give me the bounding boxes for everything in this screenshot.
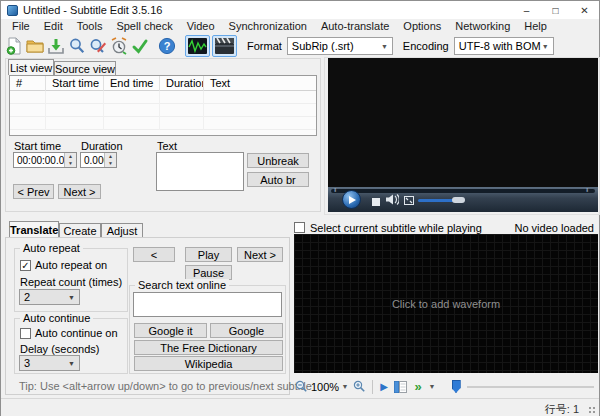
video-stop-button[interactable] <box>372 196 380 208</box>
volume-handle[interactable] <box>452 197 465 203</box>
duration-label: Duration <box>81 140 123 152</box>
minimize-button[interactable]: – <box>512 1 541 19</box>
tab-adjust[interactable]: Adjust <box>101 223 143 238</box>
video-seek-bar[interactable] <box>331 189 595 193</box>
video-play-button[interactable] <box>342 190 361 209</box>
auto-repeat-checkbox[interactable]: ✓ <box>20 260 31 271</box>
fullscreen-icon <box>404 196 414 205</box>
video-display[interactable] <box>328 58 598 187</box>
find-button[interactable] <box>66 35 87 57</box>
encoding-select[interactable]: UTF-8 with BOM ▼ <box>454 37 554 55</box>
google-translate-button[interactable]: Google translate <box>210 323 283 338</box>
help-button[interactable]: ? <box>156 35 177 57</box>
menu-tools[interactable]: Tools <box>70 19 110 34</box>
delay-label: Delay (seconds) <box>20 343 99 355</box>
col-start-time[interactable]: Start time <box>46 76 104 91</box>
search-text-input[interactable] <box>133 292 282 317</box>
col-end-time[interactable]: End time <box>104 76 160 91</box>
back-button[interactable]: < <box>133 247 175 262</box>
play-button[interactable]: Play <box>185 247 232 262</box>
google-it-button[interactable]: Google it <box>134 323 207 338</box>
menu-synchronization[interactable]: Synchronization <box>222 19 314 34</box>
table-row[interactable] <box>10 91 316 104</box>
replace-button[interactable] <box>87 35 108 57</box>
auto-repeat-title: Auto repeat <box>20 242 83 254</box>
wave-zoom-out-button[interactable] <box>292 378 310 396</box>
col-number[interactable]: # <box>10 76 46 91</box>
prev-button[interactable]: < Prev <box>13 184 54 199</box>
tab-list-view[interactable]: List view <box>8 59 54 75</box>
spin-down-icon[interactable]: ▼ <box>65 160 76 167</box>
chevron-down-icon[interactable]: ▼ <box>427 378 437 396</box>
table-row[interactable] <box>10 117 316 130</box>
unbreak-button[interactable]: Unbreak <box>247 153 309 168</box>
wave-position-slider-thumb[interactable] <box>445 378 467 396</box>
video-position-button[interactable] <box>391 378 409 396</box>
col-text[interactable]: Text <box>204 76 316 91</box>
tab-create[interactable]: Create <box>59 223 101 238</box>
tab-translate[interactable]: Translate <box>9 221 59 238</box>
next-button[interactable]: Next > <box>58 184 101 199</box>
video-fullscreen-button[interactable] <box>404 195 414 207</box>
video-mute-button[interactable] <box>386 194 399 207</box>
auto-continue-group: Auto continue Auto continue on Delay (se… <box>14 318 128 374</box>
chevron-down-icon[interactable]: ▼ <box>340 378 350 396</box>
wave-zoom-in-button[interactable] <box>350 378 368 396</box>
menu-help[interactable]: Help <box>517 19 554 34</box>
menu-video[interactable]: Video <box>180 19 222 34</box>
subtitle-text-area[interactable] <box>156 152 244 191</box>
spin-up-icon[interactable]: ▲ <box>65 153 76 160</box>
wave-play-button[interactable]: ▶ <box>377 378 391 396</box>
menu-edit[interactable]: Edit <box>37 19 70 34</box>
auto-continue-title: Auto continue <box>20 312 93 324</box>
tab-source-view[interactable]: Source view <box>54 61 116 75</box>
menu-auto-translate[interactable]: Auto-translate <box>314 19 396 34</box>
toggle-video-button[interactable] <box>212 35 237 57</box>
open-file-button[interactable] <box>24 35 45 57</box>
wave-zoom-level[interactable]: 100% <box>310 378 340 396</box>
seek-end-marks: ● ● <box>586 188 592 190</box>
video-icon <box>215 38 234 54</box>
wave-position-slider-track[interactable] <box>467 386 594 388</box>
table-row[interactable] <box>10 104 316 117</box>
close-button[interactable]: ✕ <box>570 1 599 19</box>
delay-select[interactable]: 3 ▼ <box>19 355 80 371</box>
duration-spinner[interactable]: 0.000 ▲▼ <box>80 152 117 168</box>
visual-sync-button[interactable] <box>108 35 129 57</box>
col-duration[interactable]: Duration <box>160 76 204 91</box>
chevron-down-icon: ▼ <box>542 43 549 50</box>
format-select[interactable]: SubRip (.srt) ▼ <box>287 37 393 55</box>
new-file-button[interactable] <box>3 35 24 57</box>
spin-down-icon[interactable]: ▼ <box>105 160 116 167</box>
free-dictionary-button[interactable]: The Free Dictionary <box>134 340 283 355</box>
auto-br-button[interactable]: Auto br <box>247 172 309 187</box>
toggle-waveform-button[interactable] <box>185 35 210 57</box>
start-time-spinner[interactable]: 00:00:00.000 ▲▼ <box>13 152 77 168</box>
menu-file[interactable]: File <box>5 19 37 34</box>
repeat-count-select[interactable]: 2 ▼ <box>19 289 80 305</box>
next-subtitle-button[interactable]: Next > <box>237 247 283 262</box>
volume-slider[interactable] <box>418 199 454 202</box>
select-current-subtitle-checkbox[interactable] <box>294 222 305 233</box>
wikipedia-button[interactable]: Wikipedia <box>134 356 283 371</box>
spell-check-button[interactable] <box>129 35 150 57</box>
stop-icon <box>372 198 380 206</box>
resize-grip-icon[interactable] <box>588 406 596 414</box>
save-button[interactable] <box>45 35 66 57</box>
chevron-down-icon: ▼ <box>68 360 75 367</box>
waveform-canvas[interactable]: Click to add waveform <box>294 234 598 373</box>
spinner-arrows[interactable]: ▲▼ <box>104 153 116 167</box>
chevron-down-icon: ▼ <box>68 294 75 301</box>
playback-speed-button[interactable]: » <box>409 378 427 396</box>
maximize-button[interactable]: □ <box>541 1 570 19</box>
menu-options[interactable]: Options <box>396 19 448 34</box>
menu-networking[interactable]: Networking <box>448 19 517 34</box>
spin-up-icon[interactable]: ▲ <box>105 153 116 160</box>
menu-spell-check[interactable]: Spell check <box>109 19 179 34</box>
pause-button[interactable]: Pause <box>185 265 232 280</box>
zoom-out-icon <box>295 380 308 393</box>
spinner-arrows[interactable]: ▲▼ <box>64 153 76 167</box>
auto-continue-checkbox[interactable] <box>20 328 31 339</box>
auto-repeat-checkbox-label: Auto repeat on <box>35 259 107 271</box>
subtitle-table[interactable]: # Start time End time Duration Text <box>9 75 317 136</box>
